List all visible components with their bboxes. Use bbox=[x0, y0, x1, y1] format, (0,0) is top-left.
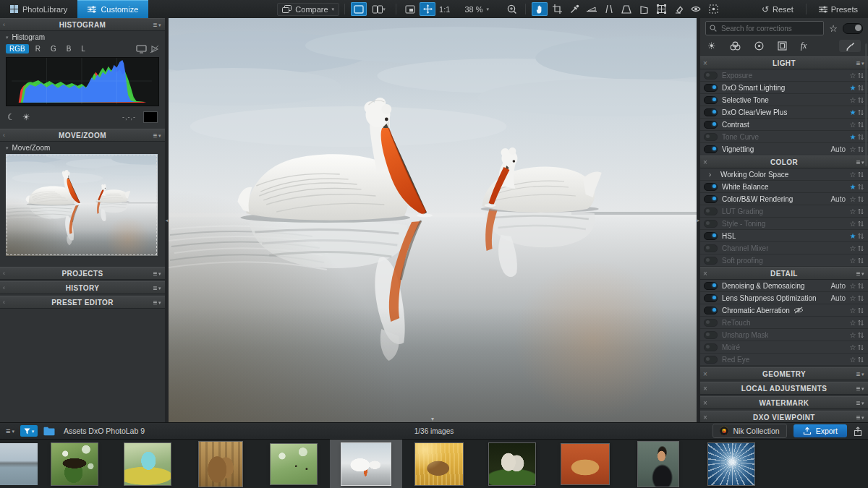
enable-toggle[interactable] bbox=[704, 319, 718, 327]
panel-menu-icon[interactable]: ≡▾ bbox=[153, 132, 161, 140]
thumbnail-monkeys[interactable] bbox=[184, 442, 257, 487]
channel-l-button[interactable]: L bbox=[77, 44, 89, 53]
pan-fit-button[interactable] bbox=[420, 2, 435, 16]
favorite-star-icon[interactable]: ★ bbox=[848, 232, 857, 240]
scrollbar[interactable] bbox=[865, 43, 867, 166]
tab-photolibrary[interactable]: PhotoLibrary bbox=[0, 0, 77, 18]
compare-button[interactable]: Compare ▾ bbox=[277, 3, 339, 16]
zoom-level-dropdown[interactable]: 38 % ▾ bbox=[460, 4, 493, 15]
thumbnail-hummingbird[interactable] bbox=[38, 443, 111, 485]
correction-row-tone-curve[interactable]: Tone Curve ★ bbox=[700, 131, 868, 143]
favorite-star-icon[interactable]: ☆ bbox=[848, 121, 857, 129]
panel-menu-icon[interactable]: ≡▾ bbox=[856, 270, 864, 278]
favorite-star-icon[interactable]: ☆ bbox=[848, 195, 857, 203]
favorite-star-icon[interactable]: ☆ bbox=[848, 294, 857, 302]
correction-row-soft-proofing[interactable]: Soft proofing ☆ bbox=[700, 254, 868, 267]
thumbnail-deer-in-grass[interactable] bbox=[402, 443, 475, 485]
channel-g-button[interactable]: G bbox=[47, 44, 60, 53]
panel-menu-icon[interactable]: ≡▾ bbox=[153, 299, 161, 307]
correction-row-red-eye[interactable]: Red Eye ☆ bbox=[700, 354, 868, 366]
favorite-star-icon[interactable]: ☆ bbox=[848, 343, 857, 351]
enable-toggle[interactable] bbox=[704, 183, 718, 191]
reset-adjust-icon[interactable] bbox=[857, 184, 864, 190]
reset-adjust-icon[interactable] bbox=[857, 320, 864, 326]
panel-menu-icon[interactable]: ≡▾ bbox=[856, 399, 864, 407]
enable-toggle[interactable] bbox=[704, 108, 718, 116]
enable-toggle[interactable] bbox=[704, 282, 718, 290]
light-filter-icon[interactable]: ☀ bbox=[707, 40, 716, 51]
favorite-star-icon[interactable]: ☆ bbox=[848, 307, 857, 314]
favorite-star-icon[interactable]: ☆ bbox=[848, 220, 857, 228]
advanced-toggle[interactable] bbox=[843, 23, 863, 34]
close-icon[interactable]: × bbox=[703, 414, 707, 421]
shadow-clipping-icon[interactable]: ☾ bbox=[7, 112, 15, 122]
reset-adjust-icon[interactable] bbox=[857, 295, 864, 301]
pixel-ratio-button[interactable]: 1:1 bbox=[439, 5, 450, 14]
retouch-tool-button[interactable] bbox=[671, 2, 686, 16]
close-icon[interactable]: × bbox=[703, 270, 707, 278]
enable-toggle[interactable] bbox=[704, 343, 718, 351]
collapse-bottom-icon[interactable]: ▾ bbox=[431, 416, 434, 422]
favorite-star-icon[interactable]: ☆ bbox=[848, 331, 857, 339]
favorite-star-icon[interactable]: ☆ bbox=[848, 145, 857, 153]
thumbnail-leopard[interactable] bbox=[548, 444, 621, 484]
zoom-in-button[interactable] bbox=[503, 2, 519, 16]
enable-toggle[interactable] bbox=[704, 72, 718, 80]
favorite-star-icon[interactable]: ☆ bbox=[848, 244, 857, 252]
reset-adjust-icon[interactable] bbox=[857, 121, 864, 128]
favorite-star-icon[interactable]: ★ bbox=[848, 108, 857, 116]
correction-row-denoising-demosaicing[interactable]: Denoising & Demosaicing Auto ☆ bbox=[700, 280, 868, 292]
fit-screen-button[interactable] bbox=[402, 2, 418, 16]
reset-adjust-icon[interactable] bbox=[857, 283, 864, 289]
favorite-star-icon[interactable]: ☆ bbox=[848, 207, 857, 215]
reset-adjust-icon[interactable] bbox=[857, 146, 864, 153]
color-palette-header[interactable]: × COLOR ≡▾ bbox=[700, 155, 868, 168]
favorite-star-icon[interactable]: ☆ bbox=[848, 257, 857, 265]
crop-tool-button[interactable] bbox=[549, 2, 565, 16]
reset-adjust-icon[interactable] bbox=[857, 85, 864, 91]
correction-row-moire[interactable]: Moiré ☆ bbox=[700, 341, 868, 354]
correction-row-hsl[interactable]: HSL ★ bbox=[700, 230, 868, 242]
detail-palette-header[interactable]: × DETAIL ≡▾ bbox=[700, 267, 868, 280]
watermark-palette-header[interactable]: × WATERMARK ≡▾ bbox=[700, 396, 868, 409]
enable-toggle[interactable] bbox=[704, 207, 718, 215]
panel-menu-icon[interactable]: ≡▾ bbox=[856, 158, 864, 166]
correction-row-working-color-space[interactable]: › Working Color Space ☆ bbox=[700, 168, 868, 181]
reset-adjust-icon[interactable] bbox=[857, 233, 864, 239]
collapse-left-icon[interactable]: ◂ bbox=[166, 218, 169, 223]
panel-menu-icon[interactable]: ≡▾ bbox=[153, 270, 161, 278]
reset-adjust-icon[interactable] bbox=[857, 134, 864, 140]
reset-adjust-icon[interactable] bbox=[857, 344, 864, 351]
reset-adjust-icon[interactable] bbox=[857, 245, 864, 252]
movezoom-subheader[interactable]: ▾ Move/Zoom bbox=[0, 142, 165, 153]
search-input[interactable] bbox=[720, 24, 820, 33]
force-parallel-button[interactable] bbox=[601, 2, 617, 16]
presets-button[interactable]: Presets bbox=[814, 4, 862, 15]
correction-row-lens-sharpness[interactable]: Lens Sharpness Optimization Auto ☆ bbox=[700, 292, 868, 304]
correction-row-retouch[interactable]: ReTouch ☆ bbox=[700, 317, 868, 329]
correction-row-lut-grading[interactable]: LUT Grading ☆ bbox=[700, 205, 868, 218]
panel-menu-icon[interactable]: ≡▾ bbox=[856, 370, 864, 378]
history-panel-header[interactable]: ‹ HISTORY ≡▾ bbox=[0, 281, 165, 294]
current-folder-label[interactable]: Assets DxO PhotoLab 9 bbox=[64, 427, 145, 435]
enable-toggle[interactable] bbox=[704, 121, 718, 129]
close-icon[interactable]: × bbox=[703, 59, 707, 67]
panel-menu-icon[interactable]: ≡▾ bbox=[153, 284, 161, 292]
enable-toggle[interactable] bbox=[704, 356, 718, 364]
correction-row-color-bw-rendering[interactable]: Color/B&W Rendering Auto ☆ bbox=[700, 193, 868, 205]
projects-panel-header[interactable]: ‹ PROJECTS ≡▾ bbox=[0, 267, 165, 280]
perspective-tool-button[interactable] bbox=[618, 2, 634, 16]
close-icon[interactable]: × bbox=[703, 385, 707, 393]
correction-row-style-toning[interactable]: Style - Toning ☆ bbox=[700, 218, 868, 230]
filter-button[interactable]: ▾ bbox=[20, 425, 38, 437]
reset-adjust-icon[interactable] bbox=[857, 109, 864, 116]
geometry-filter-icon[interactable] bbox=[778, 41, 787, 51]
reset-adjust-icon[interactable] bbox=[857, 257, 864, 264]
highlight-clipping-icon[interactable]: ☀ bbox=[22, 112, 30, 122]
correction-row-channel-mixer[interactable]: Channel Mixer ☆ bbox=[700, 242, 868, 254]
reset-adjust-icon[interactable] bbox=[857, 221, 864, 227]
enable-toggle[interactable] bbox=[704, 257, 718, 265]
rectangle-tool-button[interactable] bbox=[636, 2, 652, 16]
favorite-star-icon[interactable]: ★ bbox=[848, 183, 857, 191]
sort-button[interactable]: ≡ ▾ bbox=[6, 427, 14, 435]
